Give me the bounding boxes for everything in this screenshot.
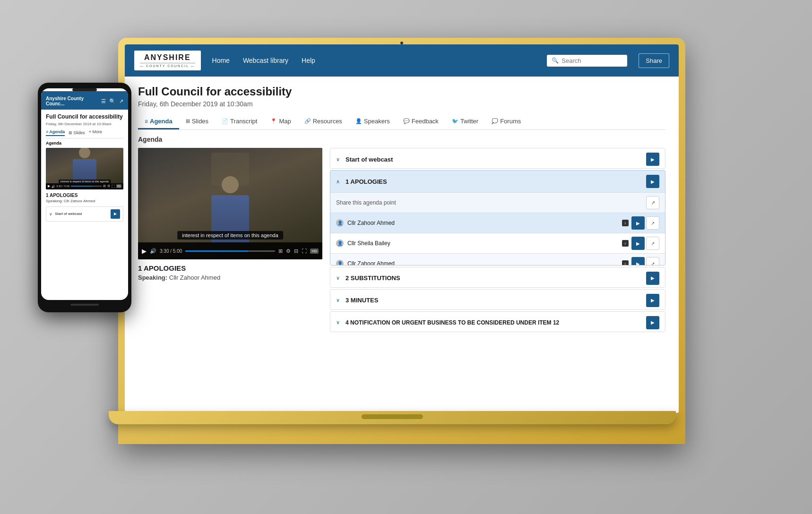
agenda-heading: Agenda xyxy=(138,136,665,143)
agenda-tab-icon: ≡ xyxy=(145,118,148,125)
play-speaker-1[interactable]: ▶ xyxy=(631,216,645,230)
chevron-substitutions-icon: ∨ xyxy=(336,275,342,281)
settings-icon[interactable]: ⚙ xyxy=(286,248,291,254)
phone-tab-slides[interactable]: ⊞ Slides xyxy=(69,129,85,136)
phone-tab-agenda[interactable]: ≡ Agenda xyxy=(46,129,65,136)
nav-home[interactable]: Home xyxy=(212,57,230,64)
phone-agenda-play[interactable]: ▶ xyxy=(111,209,120,219)
share-speaker-3[interactable]: ↗ xyxy=(646,257,659,266)
agenda-item-header-webcast[interactable]: ∨ Start of webcast ▶ xyxy=(330,148,665,169)
tab-resources[interactable]: 🔗 Resources xyxy=(298,114,349,129)
phone-frame: Anyshire County Counc... ☰ 🔍 ↗ Full Coun… xyxy=(38,83,131,312)
play-btn-notification[interactable]: ▶ xyxy=(646,316,659,329)
play-btn-substitutions[interactable]: ▶ xyxy=(646,272,659,285)
play-btn-minutes[interactable]: ▶ xyxy=(646,294,659,307)
phone-progress-bar[interactable] xyxy=(71,186,101,187)
logo-subtitle: — COUNTY COUNCIL — xyxy=(140,63,195,68)
info-badge-1[interactable]: i xyxy=(622,220,629,226)
chevron-apologies-icon: ∧ xyxy=(336,179,342,185)
chevron-webcast-icon: ∨ xyxy=(336,156,342,163)
phone-menu-icon[interactable]: ☰ xyxy=(101,98,106,104)
phone-body: Full Council for accessibility Friday, 6… xyxy=(41,110,128,225)
progress-bar[interactable] xyxy=(185,250,275,252)
speaker-avatar-1: 👤 xyxy=(336,219,344,227)
agenda-item-title-apologies: 1 APOLOGIES xyxy=(346,178,646,185)
speakers-tab-icon: 👤 xyxy=(355,118,362,124)
tab-feedback[interactable]: 💬 Feedback xyxy=(397,114,445,129)
nav-help[interactable]: Help xyxy=(302,57,315,64)
tab-transcript[interactable]: 📄 Transcript xyxy=(215,114,264,129)
share-button[interactable]: Share xyxy=(639,53,669,68)
phone-page-title: Full Council for accessibility xyxy=(46,113,123,121)
pip-icon[interactable]: ⊟ xyxy=(294,248,298,254)
speakers-tab-label: Speakers xyxy=(364,118,390,125)
map-tab-label: Map xyxy=(279,118,291,125)
tab-speakers[interactable]: 👤 Speakers xyxy=(349,114,397,129)
twitter-tab-label: Twitter xyxy=(460,118,478,125)
phone-header-icons: ☰ 🔍 ↗ xyxy=(101,98,123,104)
speaker-name-display: Cllr Zahoor Ahmed xyxy=(169,274,220,281)
phone-notch xyxy=(72,88,97,91)
agenda-item-header-minutes[interactable]: ∨ 3 MINUTES ▶ xyxy=(330,290,665,310)
play-btn-webcast[interactable]: ▶ xyxy=(646,153,659,166)
agenda-item-header-apologies[interactable]: ∧ 1 APOLOGIES ▶ xyxy=(330,171,665,192)
tab-slides[interactable]: ⊞ Slides xyxy=(179,114,215,129)
map-tab-icon: 📍 xyxy=(270,118,277,124)
phone-settings-icon[interactable]: ⚙ xyxy=(107,184,110,188)
phone-agenda-chevron: ∨ xyxy=(49,212,52,216)
tab-map[interactable]: 📍 Map xyxy=(264,114,297,129)
play-icon-min: ▶ xyxy=(651,298,655,303)
phone-fullscreen-icon[interactable]: ⊞ xyxy=(103,184,106,188)
speaker-avatar-2: 👤 xyxy=(336,240,344,247)
speaker-row-3: 👤 Cllr Zahoor Ahmed i ▶ ↗ xyxy=(330,253,665,266)
hd-badge: HD xyxy=(310,248,319,254)
nav-webcast-library[interactable]: Webcast library xyxy=(243,57,288,64)
video-subtitle: interest in respect of items on this age… xyxy=(177,231,283,240)
agenda-item-header-notification[interactable]: ∨ 4 NOTIFICATION OR URGENT BUSINESS TO B… xyxy=(330,312,665,332)
slides-tab-icon: ⊞ xyxy=(186,118,190,124)
phone-agenda-start-item: ∨ Start of webcast ▶ xyxy=(46,206,123,222)
video-panel: interest in respect of items on this age… xyxy=(138,148,322,332)
phone-search-icon[interactable]: 🔍 xyxy=(109,98,116,104)
video-controls: ▶ 🔊 3:30 / 5:00 ⊞ ⚙ ⊟ xyxy=(138,242,322,259)
play-btn-apologies[interactable]: ▶ xyxy=(646,175,659,188)
play-pause-icon[interactable]: ▶ xyxy=(142,248,147,255)
phone-slides-icon: ⊞ xyxy=(69,130,72,135)
phone-play-icon[interactable]: ▶ xyxy=(48,184,50,188)
info-badge-2[interactable]: i xyxy=(622,240,629,247)
phone-vol-icon[interactable]: 🔊 xyxy=(52,185,55,188)
phone-expand-icon[interactable]: ⛶ xyxy=(112,185,115,188)
forums-tab-label: Forums xyxy=(500,118,521,125)
logo-title: ANYSHIRE xyxy=(140,53,195,62)
volume-icon[interactable]: 🔊 xyxy=(150,248,156,254)
phone-time: 3:30 / 5:00 xyxy=(56,185,69,188)
page-title: Full Council for accessibility xyxy=(138,85,665,98)
speaker-row-2: 👤 Cllr Sheila Bailey i ▶ ↗ xyxy=(330,233,665,253)
share-agenda-btn[interactable]: ↗ xyxy=(646,196,659,209)
phone-agenda-label: Agenda xyxy=(49,129,65,134)
phone-share-icon[interactable]: ↗ xyxy=(119,98,123,104)
phone-video-subtitle: interest in respect of items on this age… xyxy=(59,180,111,183)
agenda-panel: ∨ Start of webcast ▶ ∧ 1 APOLO xyxy=(330,148,665,332)
share-speaker-1[interactable]: ↗ xyxy=(646,216,659,230)
play-icon-sp1: ▶ xyxy=(636,221,640,226)
tab-forums[interactable]: 💭 Forums xyxy=(485,114,527,129)
agenda-item-header-substitutions[interactable]: ∨ 2 SUBSTITUTIONS ▶ xyxy=(330,267,665,288)
feedback-tab-icon: 💬 xyxy=(403,118,410,124)
fullscreen-icon[interactable]: ⊞ xyxy=(278,248,283,254)
play-speaker-2[interactable]: ▶ xyxy=(631,237,645,250)
speaker-name-2: Cllr Sheila Bailey xyxy=(347,240,622,247)
phone-tab-more[interactable]: + More xyxy=(89,129,102,136)
tab-twitter[interactable]: 🐦 Twitter xyxy=(445,114,485,129)
speaker-avatar-3: 👤 xyxy=(336,260,344,266)
tab-agenda[interactable]: ≡ Agenda xyxy=(138,114,179,129)
share-speaker-2[interactable]: ↗ xyxy=(646,237,659,250)
agenda-item-notification: ∨ 4 NOTIFICATION OR URGENT BUSINESS TO B… xyxy=(330,311,665,332)
chevron-minutes-icon: ∨ xyxy=(336,297,342,303)
info-badge-3[interactable]: i xyxy=(622,260,629,266)
search-input[interactable] xyxy=(561,57,622,64)
expand-icon[interactable]: ⛶ xyxy=(302,248,307,254)
play-speaker-3[interactable]: ▶ xyxy=(631,257,645,266)
agenda-item-webcast-start: ∨ Start of webcast ▶ xyxy=(330,148,665,169)
slides-tab-label: Slides xyxy=(192,118,208,125)
